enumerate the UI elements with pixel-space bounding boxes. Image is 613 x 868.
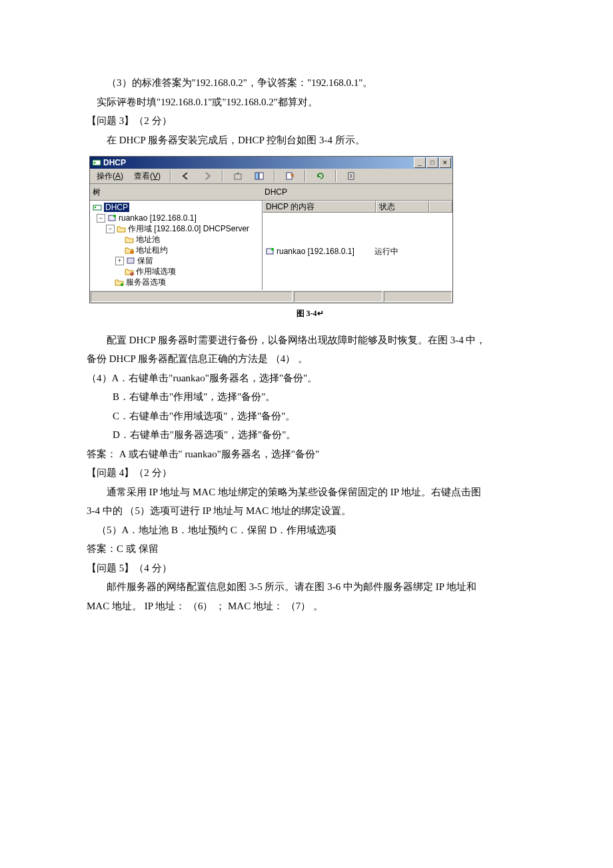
figure-caption: 图 3-4↵ bbox=[87, 306, 533, 321]
ans5: 答案：C 或 保留 bbox=[87, 539, 533, 559]
tree-scope-label: 作用域 [192.168.0.0] DHCPServer bbox=[128, 224, 249, 233]
status-seg bbox=[294, 291, 382, 302]
folder-icon bbox=[125, 235, 134, 244]
svg-point-19 bbox=[271, 248, 274, 251]
list-row-server[interactable]: ruankao [192.168.0.1] bbox=[265, 214, 374, 289]
q5-heading: 【问题 5】（4 分） bbox=[87, 559, 533, 578]
server-icon bbox=[265, 247, 275, 256]
up-button[interactable] bbox=[230, 169, 246, 183]
svg-point-14 bbox=[131, 251, 133, 253]
menu-action-post: ) bbox=[121, 171, 123, 181]
menubar: 操作(A) 查看(V) bbox=[90, 169, 452, 184]
tree-scope-node[interactable]: − 作用域 [192.168.0.0] DHCPServer bbox=[93, 223, 262, 234]
tree-reserve-node[interactable]: + 保留 bbox=[93, 255, 262, 266]
export-list-button[interactable] bbox=[282, 169, 298, 183]
answer3-line2: 实际评卷时填"192.168.0.1"或"192.168.0.2"都算对。 bbox=[87, 93, 533, 112]
expand-toggle[interactable]: − bbox=[97, 214, 105, 223]
col-content[interactable]: DHCP 的内容 bbox=[263, 201, 376, 213]
statusbar bbox=[90, 290, 452, 303]
opt4-c: C．右键单击"作用域选项"，选择"备份"。 bbox=[87, 407, 533, 426]
col-spacer bbox=[429, 201, 452, 213]
right-title: DHCP bbox=[265, 187, 287, 197]
tree-lease-label: 地址租约 bbox=[136, 245, 168, 255]
opt5: （5）A．地址池 B．地址预约 C．保留 D．作用域选项 bbox=[87, 521, 533, 540]
svg-point-13 bbox=[113, 215, 116, 217]
expand-toggle[interactable]: + bbox=[115, 257, 124, 265]
q3-heading: 【问题 3】（2 分） bbox=[87, 111, 533, 131]
properties-button[interactable] bbox=[343, 169, 359, 183]
list-pane: DHCP 的内容 状态 ruankao [192.168.0.1] 运行中 bbox=[263, 201, 452, 290]
svg-rect-3 bbox=[255, 173, 259, 179]
show-hide-tree-button[interactable] bbox=[251, 169, 267, 183]
q5-body-2: MAC 地址。 IP 地址： （6） ； MAC 地址： （7） 。 bbox=[87, 597, 533, 616]
menu-view-pre: 查看( bbox=[134, 171, 153, 181]
q3-body: 在 DHCP 服务器安装完成后，DHCP 控制台如图 3-4 所示。 bbox=[87, 131, 533, 150]
maximize-button[interactable]: □ bbox=[426, 157, 438, 168]
server-icon bbox=[107, 213, 117, 223]
q5-body-1: 邮件服务器的网络配置信息如图 3-5 所示。请在图 3-6 中为邮件服务器绑定 … bbox=[87, 577, 533, 597]
dhcp-root-icon bbox=[93, 203, 102, 212]
opt4-d: D．右键单击"服务器选项"，选择"备份"。 bbox=[87, 425, 533, 445]
tree-lease-node[interactable]: 地址租约 bbox=[93, 245, 262, 255]
q4-body-1: 通常采用 IP 地址与 MAC 地址绑定的策略为某些设备保留固定的 IP 地址。… bbox=[87, 483, 533, 502]
tree-srvopt-label: 服务器选项 bbox=[126, 277, 166, 287]
menu-action-pre: 操作( bbox=[97, 171, 115, 181]
opt4-a: （4）A．右键单击"ruankao"服务器名，选择"备份"。 bbox=[87, 369, 533, 388]
left-header: 树 bbox=[90, 184, 262, 201]
toolbar-separator bbox=[335, 170, 336, 182]
window-title: DHCP bbox=[103, 158, 414, 167]
toolbar-separator bbox=[170, 170, 171, 182]
toolbar-separator bbox=[222, 170, 223, 182]
titlebar: DHCP _ □ ✕ bbox=[90, 157, 452, 169]
menu-action-u: A bbox=[115, 171, 121, 181]
menu-action[interactable]: 操作(A) bbox=[94, 171, 126, 181]
tree-server-label: ruankao [192.168.0.1] bbox=[119, 213, 197, 223]
menu-view[interactable]: 查看(V) bbox=[131, 171, 163, 181]
back-button[interactable] bbox=[178, 169, 194, 183]
svg-rect-15 bbox=[127, 258, 134, 263]
tree-scopeopt-label: 作用域选项 bbox=[136, 267, 176, 276]
expand-toggle[interactable]: − bbox=[106, 225, 115, 233]
status-seg bbox=[384, 291, 452, 302]
tree-srvopt-node[interactable]: 服务器选项 bbox=[93, 277, 262, 287]
q3-afterfig-2: 备份 DHCP 服务器配置信息正确的方法是 （4） 。 bbox=[87, 349, 533, 369]
list-row-server-label: ruankao [192.168.0.1] bbox=[277, 247, 354, 256]
dhcp-console-window: DHCP _ □ ✕ 操作(A) 查看(V) bbox=[89, 156, 453, 303]
tree-reserve-label: 保留 bbox=[137, 256, 153, 265]
lease-icon bbox=[125, 245, 134, 255]
svg-point-17 bbox=[121, 283, 123, 286]
list-row-state: 运行中 bbox=[374, 214, 421, 289]
minimize-button[interactable]: _ bbox=[414, 157, 426, 168]
q3-afterfig-1: 配置 DHCP 服务器时需要进行备份，以备网络出现故障时能够及时恢复。在图 3-… bbox=[87, 331, 533, 350]
svg-rect-4 bbox=[259, 173, 263, 179]
opt4-b: B．右键单击"作用域"，选择"备份"。 bbox=[87, 387, 533, 407]
server-options-icon bbox=[115, 277, 124, 287]
menu-view-post: ) bbox=[158, 171, 161, 181]
refresh-button[interactable] bbox=[312, 169, 328, 183]
forward-button[interactable] bbox=[199, 169, 215, 183]
menu-view-u: V bbox=[153, 171, 158, 181]
svg-rect-2 bbox=[235, 174, 241, 179]
q4-body-2: 3-4 中的 （5）选项可进行 IP 地址与 MAC 地址的绑定设置。 bbox=[87, 501, 533, 521]
tree-root-dhcp[interactable]: DHCP bbox=[93, 202, 262, 213]
toolbar-separator bbox=[274, 170, 275, 182]
ans4: 答案： A 或右键单击" ruankao"服务器名，选择"备份" bbox=[87, 445, 533, 464]
tree-scopeopt-node[interactable]: 作用域选项 bbox=[93, 266, 262, 277]
toolbar-separator bbox=[305, 170, 306, 182]
tree-server-node[interactable]: − ruankao [192.168.0.1] bbox=[93, 213, 262, 223]
tree-pool-label: 地址池 bbox=[136, 235, 160, 244]
svg-point-11 bbox=[95, 207, 97, 209]
scope-options-icon bbox=[125, 267, 134, 276]
svg-rect-5 bbox=[287, 173, 292, 179]
col-state[interactable]: 状态 bbox=[376, 201, 429, 213]
status-seg bbox=[91, 291, 293, 302]
right-header: DHCP bbox=[262, 184, 452, 201]
tree-pool-node[interactable]: 地址池 bbox=[93, 234, 262, 245]
reserve-icon bbox=[126, 256, 135, 265]
q4-heading: 【问题 4】（2 分） bbox=[87, 463, 533, 483]
tree-label: 树 bbox=[93, 187, 101, 197]
folder-icon bbox=[117, 224, 126, 233]
close-button[interactable]: ✕ bbox=[439, 157, 451, 168]
tree-root-label: DHCP bbox=[104, 203, 129, 212]
svg-point-1 bbox=[94, 162, 96, 164]
